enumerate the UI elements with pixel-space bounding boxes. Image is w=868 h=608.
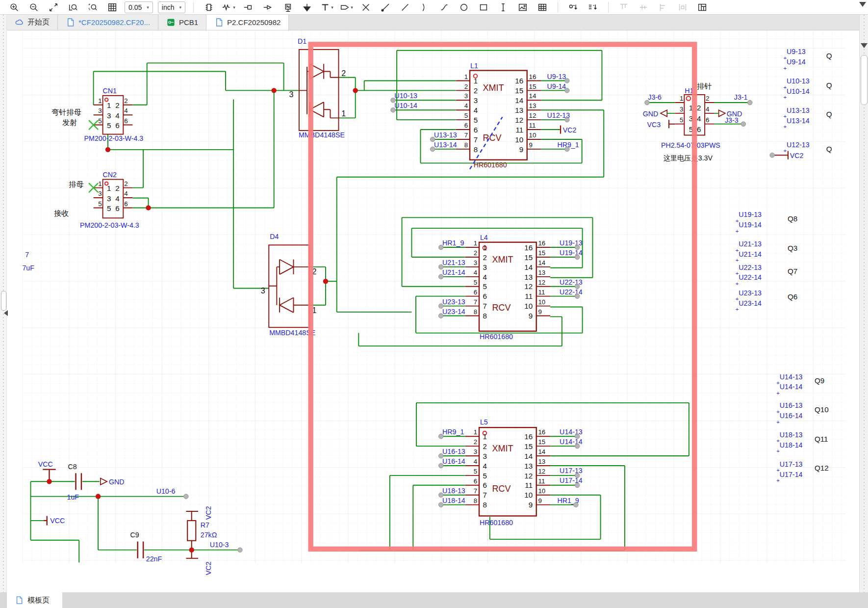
cn1-ref[interactable]: CN1: [103, 87, 117, 95]
q-designator-label[interactable]: Q: [826, 110, 832, 118]
plus-flag-icon[interactable]: +: [736, 296, 739, 302]
net-tag-icon-dropdown[interactable]: ▾: [339, 1, 354, 14]
plus-flag-icon[interactable]: +: [776, 467, 780, 473]
net-flag-label[interactable]: U21-14: [739, 250, 762, 258]
cn1-note2[interactable]: 发射: [62, 118, 77, 127]
plus-flag-icon[interactable]: +: [736, 228, 739, 234]
plus-flag-icon[interactable]: +: [776, 380, 780, 386]
net-flag-label[interactable]: U16-13: [780, 401, 803, 409]
zoom-out-icon[interactable]: [26, 1, 41, 14]
split-view-icon[interactable]: [695, 1, 710, 14]
net-flag-label[interactable]: U9-14: [787, 58, 806, 66]
cn2-note1[interactable]: 排母: [69, 180, 83, 188]
net-flag-label[interactable]: U21-13: [739, 240, 762, 248]
probe-icon[interactable]: [378, 1, 393, 14]
tab-P2-CF20250982[interactable]: P2.CF20250982: [206, 15, 289, 30]
net-flag-label[interactable]: U18-13: [780, 431, 803, 439]
plus-flag-icon[interactable]: +: [776, 390, 780, 396]
net-flag-label[interactable]: U13-14: [787, 117, 810, 125]
plus-flag-icon[interactable]: +: [776, 477, 780, 483]
schematic-sheet[interactable]: 135 246 135 246 CN1 PM200-2-03-W-4.3 弯针排…: [0, 30, 868, 592]
left-panel-handle[interactable]: [1, 291, 6, 311]
tab--CF20250982-CF20-[interactable]: *CF20250982.CF20...: [58, 15, 158, 30]
net-flag-label[interactable]: U17-13: [780, 460, 803, 468]
d1-ref[interactable]: D1: [298, 37, 306, 45]
net-flag-label[interactable]: U10-13: [787, 77, 810, 85]
net-flag-label[interactable]: U23-13: [739, 289, 762, 297]
q-designator-label[interactable]: Q: [826, 81, 832, 89]
net-flag-label[interactable]: U17-14: [780, 471, 803, 478]
net-flag-label[interactable]: U22-14: [739, 273, 762, 281]
annotate-forward-icon[interactable]: [566, 1, 581, 14]
arc-icon[interactable]: [417, 1, 432, 14]
net-flag-label[interactable]: U13-13: [787, 106, 810, 114]
cn1-value[interactable]: PM200-2-03-W-4.3: [84, 134, 144, 142]
zoom-window-icon[interactable]: [85, 1, 100, 14]
resistor-icon-dropdown[interactable]: ▾: [221, 1, 236, 14]
rect-icon[interactable]: [476, 1, 491, 14]
image-icon[interactable]: [515, 1, 530, 14]
fit-view-icon[interactable]: [46, 1, 61, 14]
cn2-note2[interactable]: 接收: [54, 209, 69, 217]
plus-flag-icon[interactable]: +: [736, 257, 739, 263]
plus-flag-icon[interactable]: +: [736, 218, 739, 224]
plus-flag-icon[interactable]: +: [776, 409, 780, 415]
h1-note[interactable]: 排针: [697, 82, 712, 90]
l4-ref[interactable]: L4: [480, 234, 488, 241]
line-icon[interactable]: [398, 1, 412, 14]
l4-value[interactable]: HR601680: [480, 333, 513, 341]
plus-flag-icon[interactable]: +: [783, 94, 787, 100]
h1-net-gnd-left[interactable]: GND: [643, 110, 659, 118]
plus-flag-icon[interactable]: +: [783, 65, 787, 71]
net-flag-label[interactable]: U16-14: [780, 412, 803, 420]
pin-icon[interactable]: [496, 1, 511, 14]
l1-value[interactable]: HR601680: [474, 161, 507, 169]
net-port-icon[interactable]: [241, 1, 255, 14]
cn2-value[interactable]: PM200-2-03-W-4.3: [80, 221, 139, 229]
net-flag-label[interactable]: U19-13: [739, 211, 762, 218]
tab-overflow-icon[interactable]: [859, 2, 866, 10]
l5-value[interactable]: HR601680: [480, 519, 513, 527]
net-flag-label[interactable]: U19-14: [739, 221, 762, 229]
plus-flag-icon[interactable]: +: [776, 419, 780, 425]
d4-ref[interactable]: D4: [270, 233, 279, 240]
annotate-backward-icon[interactable]: [586, 1, 600, 14]
plus-flag-icon[interactable]: +: [736, 306, 739, 312]
cn2-ref[interactable]: CN2: [103, 171, 117, 179]
plus-flag-icon[interactable]: +: [736, 247, 739, 253]
ellipse-icon[interactable]: [457, 1, 471, 14]
text-icon-dropdown[interactable]: ▾: [319, 1, 334, 14]
tab-PCB1[interactable]: PCB1: [158, 15, 206, 30]
sheet-table-icon[interactable]: [535, 1, 550, 14]
bottom-tab-template-page[interactable]: 模板页: [7, 592, 62, 608]
tab-开始页[interactable]: 开始页: [7, 15, 58, 30]
plus-flag-icon[interactable]: +: [783, 84, 787, 90]
scrollbar-thumb[interactable]: [861, 55, 868, 105]
net-flag-label[interactable]: U22-13: [739, 264, 762, 271]
net-flag-label[interactable]: U23-14: [739, 299, 762, 307]
q-designator-label[interactable]: Q8: [788, 214, 797, 223]
q-designator-label[interactable]: Q10: [815, 405, 829, 414]
grid-setting-icon[interactable]: [105, 1, 120, 14]
net-flag-label[interactable]: U14-13: [780, 373, 803, 381]
q-designator-label[interactable]: Q12: [815, 464, 829, 472]
scroll-down-icon[interactable]: [861, 43, 868, 52]
bezier-icon[interactable]: [437, 1, 452, 14]
ground-icon[interactable]: [300, 1, 314, 14]
l1-ref[interactable]: L1: [470, 62, 478, 70]
h1-net-j3-6[interactable]: J3-6: [648, 93, 662, 101]
zoom-in-icon[interactable]: [7, 1, 22, 14]
h1-voltage-note[interactable]: 这里电压是3.3V: [664, 154, 713, 162]
ic-symbol-icon[interactable]: [202, 1, 216, 14]
no-connect-icon[interactable]: [358, 1, 373, 14]
q-designator-label[interactable]: Q11: [815, 435, 828, 443]
h1-value[interactable]: PH2.54-07-03PWS: [661, 141, 720, 149]
plus-flag-icon[interactable]: +: [776, 438, 780, 444]
q-designator-label[interactable]: Q: [826, 52, 832, 60]
net-flag-icon[interactable]: [260, 1, 275, 14]
unit-select[interactable]: inch▾: [158, 1, 185, 13]
cn1-note1[interactable]: 弯针排母: [51, 108, 81, 116]
net-flag-label[interactable]: U10-14: [787, 87, 810, 95]
net-label-icon[interactable]: [280, 1, 295, 14]
left-panel-strip[interactable]: [0, 15, 7, 608]
